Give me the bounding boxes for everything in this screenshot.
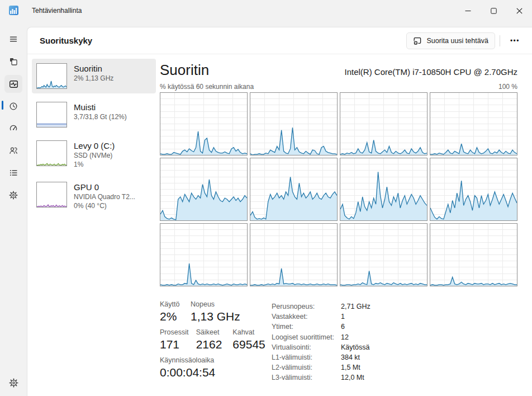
detail-value: 6 [341,322,345,332]
performance-sidebar: Suoritin 2% 1,13 GHz Muisti 3,7/31,8 Gt … [32,59,156,219]
stat-value: 2% [160,310,191,323]
stat-value: 69545 [232,338,272,351]
sidebar-item-subtitle: NVIDIA Quadro T2... [74,192,135,201]
detail-label: L2-välimuisti: [272,362,341,373]
settings-gear-icon [9,378,18,388]
more-options-button[interactable]: ••• [505,35,525,47]
chart-caption: % käytössä 60 sekunnin aikana [160,83,254,91]
sidebar-item-subtitle2: 0% (40 °C) [74,201,135,210]
more-options-icon: ••• [510,37,520,45]
processes-icon [9,57,18,66]
core-usage-chart[interactable] [430,223,517,286]
sidebar-item-subtitle: 3,7/31,8 Gt (12%) [74,112,127,121]
run-new-task-button[interactable]: Suorita uusi tehtävä [406,32,495,49]
new-task-icon [413,36,422,45]
core-usage-chart[interactable] [250,92,338,155]
stat-label: Prosessit [160,328,196,336]
close-button[interactable] [506,0,532,21]
tab-users[interactable] [4,142,22,159]
performance-pulse-icon [9,79,18,89]
core-usage-chart[interactable] [430,158,517,221]
sidebar-item-cpu[interactable]: Suoritin 2% 1,13 GHz [32,59,156,93]
detail-label: Perusnopeus: [272,301,341,312]
sidebar-item-title: Levy 0 (C:) [74,140,115,151]
cpu-section-title: Suoritin [160,61,209,79]
tab-services[interactable] [4,186,22,204]
core-usage-chart[interactable] [340,92,428,155]
page-title: Suorituskyky [40,36,92,45]
sidebar-item-subtitle2: 1% [74,160,115,169]
tab-processes[interactable] [4,53,22,70]
disk-mini-chart [36,140,67,166]
services-gear-icon [9,191,18,200]
detail-label: Loogiset suorittimet: [272,332,341,342]
memory-mini-chart [36,102,67,128]
cpu-stats-left: Käyttö 2% Nopeus 1,13 GHz Prosessit 171 … [160,300,272,384]
core-usage-chart[interactable] [340,223,428,286]
detail-value: 384 kt [341,352,360,362]
sidebar-item-subtitle: 2% 1,13 GHz [74,74,113,83]
maximize-button[interactable] [481,0,506,21]
sidebar-item-disk[interactable]: Levy 0 (C:) SSD (NVMe) 1% [32,136,156,173]
core-usage-chart[interactable] [430,92,517,155]
detail-value: 12,0 Mt [341,373,364,383]
hamburger-icon [9,35,18,44]
stat-value: 171 [160,338,196,351]
cpu-model-name: Intel(R) Core(TM) i7-10850H CPU @ 2.70GH… [345,67,517,79]
page-header: Suorituskyky Suorita uusi tehtävä ••• [27,27,532,54]
chart-max-label: 100 % [498,83,517,91]
header-divider [500,35,500,46]
stat-label: Nopeus [191,300,240,308]
core-usage-chart[interactable] [250,158,338,221]
core-usage-chart[interactable] [160,223,248,286]
stat-label: Käyttö [160,300,191,308]
detail-value: 2,71 GHz [341,301,370,312]
detail-value: Käytössä [341,342,369,352]
stat-value: 0:00:04:54 [160,366,215,379]
sidebar-item-memory[interactable]: Muisti 3,7/31,8 Gt (12%) [32,97,156,132]
stat-value: 1,13 GHz [191,310,240,323]
tab-startup-apps[interactable] [4,119,22,137]
cpu-detail-pane: Suoritin Intel(R) Core(TM) i7-10850H CPU… [160,61,517,384]
cpu-stats-right: Perusnopeus:2,71 GHz Vastakkeet:1 Ytimet… [272,300,370,384]
stat-label: Säikeet [196,328,233,336]
content-card: Suorituskyky Suorita uusi tehtävä ••• Su… [27,27,532,396]
detail-value: 12 [341,332,349,342]
detail-label: Virtualisointi: [272,342,341,352]
navigation-rail [0,21,27,396]
detail-label: Vastakkeet: [272,312,341,322]
run-new-task-label: Suorita uusi tehtävä [426,37,488,45]
details-list-icon [9,168,18,177]
core-usage-chart[interactable] [160,92,248,155]
startup-gauge-icon [9,124,18,133]
tab-performance[interactable] [4,75,22,93]
tab-details[interactable] [4,164,22,182]
stat-label: Käynnissäoloaika [160,356,215,364]
detail-value: 1,5 Mt [341,362,360,373]
sidebar-item-subtitle: SSD (NVMe) [74,151,115,160]
detail-label: L1-välimuisti: [272,352,341,362]
core-usage-chart[interactable] [250,223,338,286]
detail-label: Ytimet: [272,322,341,332]
menu-button[interactable] [4,30,22,48]
sidebar-item-gpu[interactable]: GPU 0 NVIDIA Quadro T2... 0% (40 °C) [32,177,156,215]
sidebar-item-title: Suoritin [74,63,113,74]
window-title: Tehtävienhallinta [32,7,82,15]
core-chart-grid [160,92,517,286]
sidebar-item-title: GPU 0 [74,182,135,192]
users-icon [9,146,18,155]
gpu-mini-chart [36,182,67,208]
selected-tab-indicator [2,101,3,110]
tab-app-history[interactable] [4,97,22,115]
cpu-stats: Käyttö 2% Nopeus 1,13 GHz Prosessit 171 … [160,300,517,384]
sidebar-item-title: Muisti [74,102,127,112]
titlebar: Tehtävienhallinta [0,0,532,21]
detail-value: 1 [341,312,345,322]
detail-label: L3-välimuisti: [272,373,341,383]
cpu-mini-chart [36,63,67,89]
core-usage-chart[interactable] [160,158,248,221]
settings-button[interactable] [4,374,22,392]
minimize-button[interactable] [455,0,481,21]
stat-label: Kahvat [232,328,272,336]
core-usage-chart[interactable] [340,158,428,221]
